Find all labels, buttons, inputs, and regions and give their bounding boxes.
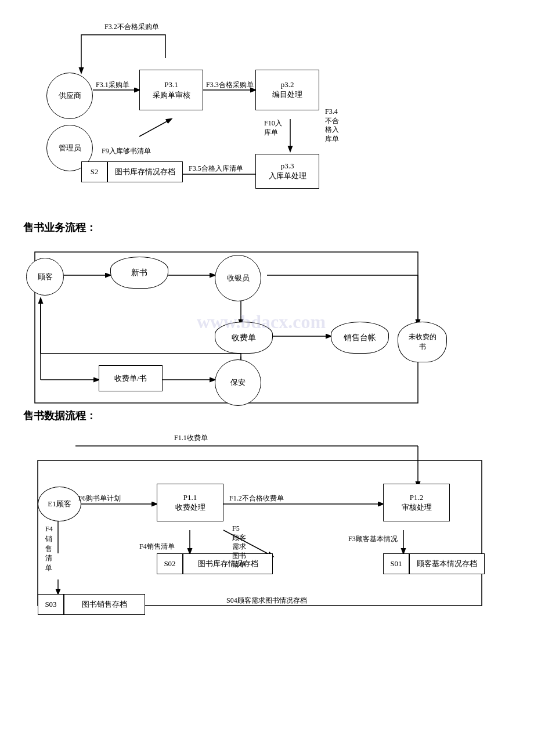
label-F3-1: F3.1采购单 — [96, 80, 129, 90]
label-S04: S04顾客需求图书情况存档 — [226, 596, 307, 606]
svg-line-4 — [139, 119, 171, 136]
label-F10: F10入库单 — [264, 119, 282, 137]
page: F3.2不合格采购单 供应商 管理员 F3.1采购单 P3.1采购单审核 F3.… — [0, 0, 534, 638]
box-p3-2: p3.2编目处理 — [255, 70, 319, 110]
label-F1-1: F1.1收费单 — [174, 433, 208, 443]
svg-rect-28 — [38, 460, 482, 606]
diagram3: F1.1收费单 E1顾客 F6购书单计划 P1.1收费处理 F1.2不合格收费单… — [23, 429, 499, 614]
label-F3-4: F3.4不合格入库单 — [325, 107, 339, 143]
cloud-receipt2: 收费单 — [215, 322, 273, 354]
label-F6: F6购书单计划 — [78, 494, 121, 503]
box-P1-1: P1.1收费处理 — [157, 484, 223, 521]
box-S02: S02 — [157, 553, 183, 574]
box-S01: S01 — [383, 553, 409, 574]
cloud-sales-ledger: 销售台帐 — [331, 322, 389, 354]
label-F4-left: F4销售清单 — [45, 524, 53, 573]
diagram2: 顾客 新书 收银员 收费单 销售台帐 未收费的 书 收费单/书 保安 — [23, 240, 499, 403]
box-P3-1: P3.1采购单审核 — [139, 70, 203, 110]
svg-line-27 — [223, 530, 273, 556]
circle-cashier: 收银员 — [215, 255, 261, 301]
box-S02-label: 图书库存情况存档 — [183, 553, 273, 574]
label-F3-customer: F3顾客基本情况 — [348, 534, 398, 544]
circle-security: 保安 — [215, 359, 261, 406]
box-S01-label: 顾客基本情况存档 — [409, 553, 485, 574]
label-F3-2: F3.2不合格采购单 — [104, 22, 159, 32]
box-S03-label: 图书销售存档 — [64, 594, 145, 615]
label-F1-2: F1.2不合格收费单 — [229, 494, 284, 503]
circle-supplier: 供应商 — [46, 73, 93, 119]
title-diagram3: 售书数据流程： — [23, 409, 511, 423]
label-F9: F9入库够书清单 — [102, 146, 151, 156]
title-diagram2: 售书业务流程： — [23, 221, 511, 235]
box-p3-3: p3.3入库单处理 — [255, 154, 319, 189]
cloud-unpaid: 未收费的 书 — [398, 322, 447, 362]
cloud-newbook: 新书 — [110, 257, 168, 289]
label-F4-sales: F4销售清单 — [139, 542, 175, 552]
diagram3-arrows — [23, 429, 499, 614]
box-receipt-book: 收费单/书 — [99, 365, 163, 391]
label-F3-3: F3.3合格采购单 — [206, 80, 254, 90]
box-S03: S03 — [38, 594, 64, 615]
circle-E1: E1顾客 — [38, 487, 81, 521]
label-F5: F5顾客需求图书清单 — [232, 524, 246, 570]
box-S2-label: 图书库存情况存档 — [107, 161, 183, 182]
circle-customer2: 顾客 — [26, 258, 64, 296]
label-F3-5: F3.5合格入库清单 — [189, 164, 243, 174]
box-P1-2: P1.2审核处理 — [383, 484, 450, 521]
box-S2: S2 — [81, 161, 107, 182]
diagram1: F3.2不合格采购单 供应商 管理员 F3.1采购单 P3.1采购单审核 F3.… — [23, 17, 499, 215]
